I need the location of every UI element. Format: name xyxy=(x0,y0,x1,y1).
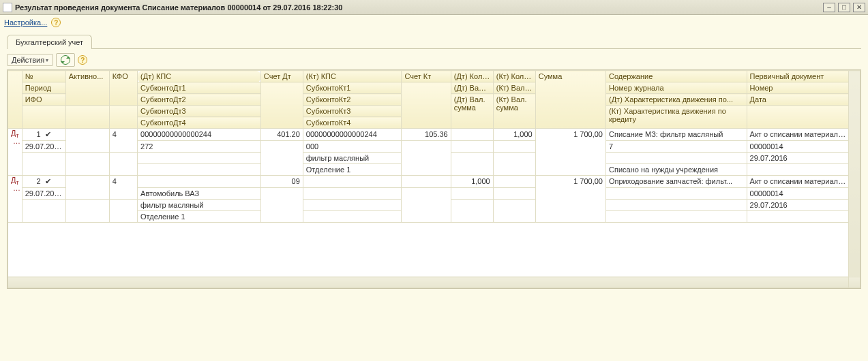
cell-dt-kps: 00000000000000244 xyxy=(138,129,261,141)
cell-nomer: 00000014 xyxy=(747,141,849,153)
refresh-icon xyxy=(61,55,70,65)
col-num[interactable]: № xyxy=(22,71,65,82)
col-schet-kt[interactable]: Счет Кт xyxy=(402,71,451,82)
maximize-button[interactable]: □ xyxy=(838,3,850,12)
actions-label: Действия xyxy=(12,56,44,64)
col-nomer[interactable]: Номер xyxy=(747,82,849,94)
dtkt-icon: Дт Кт xyxy=(8,176,23,223)
col-dt-kps[interactable]: (Дт) КПС xyxy=(138,71,261,82)
cell-nomer: 00000014 xyxy=(747,188,849,200)
grid-container: № Активно... КФО (Дт) КПС Счет Дт (Кт) К… xyxy=(7,69,861,289)
chevron-down-icon: ▾ xyxy=(46,57,48,63)
col-kt-val-summa[interactable]: (Кт) Вал. сумма xyxy=(493,94,535,129)
app-icon xyxy=(3,3,12,12)
col-subkonto-kt4[interactable]: СубконтоКт4 xyxy=(303,117,402,129)
cell-summa: 1 700,00 xyxy=(535,176,605,223)
cell-data: 29.07.2016 xyxy=(747,200,849,211)
cell-sub-dt2: фильтр масляный xyxy=(138,200,261,211)
window-controls: – □ ✕ xyxy=(823,3,865,12)
cell-kfo: 4 xyxy=(109,176,137,200)
col-kt-valyu[interactable]: (Кт) Валю... xyxy=(493,82,535,94)
cell-nomer-zhurnala: 7 xyxy=(605,141,747,153)
cell-sub-dt3: Отделение 1 xyxy=(138,211,261,223)
settings-link[interactable]: Настройка... xyxy=(4,18,47,27)
tab-bar: Бухгалтерский учет xyxy=(7,34,861,49)
col-active[interactable]: Активно... xyxy=(65,71,109,106)
col-subkonto-dt2[interactable]: СубконтоДт2 xyxy=(138,94,261,106)
cell-num: 1 ✔ xyxy=(22,129,65,141)
table-row[interactable]: Дт Кт 1 ✔ 4 00000000000000244 401.20 000… xyxy=(8,129,860,141)
cell-prim-doc: Акт о списании материало... xyxy=(747,176,849,188)
help-icon[interactable]: ? xyxy=(51,18,61,27)
cell-schet-kt: 105.36 xyxy=(402,129,451,141)
cell-dt-koli: 1,000 xyxy=(451,176,493,188)
window-title: Результат проведения документа Списание … xyxy=(15,3,823,12)
col-dt-valyu[interactable]: (Дт) Валю... xyxy=(451,82,493,94)
col-subkonto-dt3[interactable]: СубконтоДт3 xyxy=(138,106,261,117)
minimize-button[interactable]: – xyxy=(823,3,835,12)
cell-soderzhanie: Списание МЗ: фильтр масляный xyxy=(605,129,747,141)
col-period[interactable]: Период xyxy=(22,82,65,94)
col-kfo[interactable]: КФО xyxy=(109,71,137,106)
col-dt-val-summa[interactable]: (Дт) Вал. сумма xyxy=(451,94,493,129)
refresh-button[interactable] xyxy=(56,53,75,67)
cell-sub-kt3: Отделение 1 xyxy=(303,164,402,176)
col-dt-harakt[interactable]: (Дт) Характеристика движения по... xyxy=(605,94,747,106)
toolbar: Действия ▾ ? xyxy=(7,49,861,69)
col-soderzhanie[interactable]: Содержание xyxy=(605,71,747,82)
col-subkonto-kt1[interactable]: СубконтоКт1 xyxy=(303,82,402,94)
col-dtkt xyxy=(8,71,23,129)
cell-num: 2 ✔ xyxy=(22,176,65,188)
col-nomer-zhurnala[interactable]: Номер журнала xyxy=(605,82,747,94)
menu-bar: Настройка... ? xyxy=(0,15,868,30)
cell-kt-harakt: Списано на нужды учреждения xyxy=(605,164,747,176)
actions-dropdown[interactable]: Действия ▾ xyxy=(7,54,53,66)
cell-kt-koli: 1,000 xyxy=(493,129,535,141)
col-prim-doc[interactable]: Первичный документ xyxy=(747,71,849,82)
tab-label: Бухгалтерский учет xyxy=(16,38,83,46)
col-subkonto-kt2[interactable]: СубконтоКт2 xyxy=(303,94,402,106)
cell-sub-kt1: 000 xyxy=(303,141,402,153)
cell-sub-dt1: 272 xyxy=(138,141,261,153)
cell-summa: 1 700,00 xyxy=(535,129,605,176)
col-data[interactable]: Дата xyxy=(747,94,849,106)
cell-data: 29.07.2016 xyxy=(747,153,849,164)
col-ifo[interactable]: ИФО xyxy=(22,94,65,106)
col-kt-harakt[interactable]: (Кт) Характеристика движения по кредиту xyxy=(605,106,747,129)
cell-soderzhanie: Оприходование запчастей: фильт... xyxy=(605,176,747,188)
window-titlebar: Результат проведения документа Списание … xyxy=(0,0,868,15)
cell-period: 29.07.2016 18:22:30 xyxy=(22,141,65,153)
cell-prim-doc: Акт о списании материало... xyxy=(747,129,849,141)
data-grid[interactable]: № Активно... КФО (Дт) КПС Счет Дт (Кт) К… xyxy=(8,70,860,288)
tab-accounting[interactable]: Бухгалтерский учет xyxy=(7,35,92,49)
col-subkonto-kt3[interactable]: СубконтоКт3 xyxy=(303,106,402,117)
col-summa[interactable]: Сумма xyxy=(535,71,605,129)
dtkt-icon: Дт Кт xyxy=(8,129,23,176)
cell-kfo: 4 xyxy=(109,129,137,153)
close-button[interactable]: ✕ xyxy=(853,3,865,12)
help-button[interactable]: ? xyxy=(78,55,87,65)
cell-period: 29.07.2016 18:22:30 xyxy=(22,188,65,200)
cell-sub-kt2: фильтр масляный xyxy=(303,153,402,164)
col-kt-koli[interactable]: (Кт) Коли... xyxy=(493,71,535,82)
vertical-scrollbar[interactable] xyxy=(849,71,860,288)
col-subkonto-dt4[interactable]: СубконтоДт4 xyxy=(138,117,261,129)
cell-schet-dt: 09 xyxy=(260,176,303,188)
col-kt-kps[interactable]: (Кт) КПС xyxy=(303,71,402,82)
col-subkonto-dt1[interactable]: СубконтоДт1 xyxy=(138,82,261,94)
col-schet-dt[interactable]: Счет Дт xyxy=(260,71,303,82)
horizontal-scrollbar[interactable] xyxy=(8,277,860,288)
cell-schet-dt: 401.20 xyxy=(260,129,303,141)
table-row[interactable]: Дт Кт 2 ✔ 4 09 1,000 1 700,00 Оприходова… xyxy=(8,176,860,188)
cell-kt-kps: 00000000000000244 xyxy=(303,129,402,141)
col-dt-koli[interactable]: (Дт) Коли... xyxy=(451,71,493,82)
cell-sub-dt1: Автомобиль ВАЗ xyxy=(138,188,261,200)
